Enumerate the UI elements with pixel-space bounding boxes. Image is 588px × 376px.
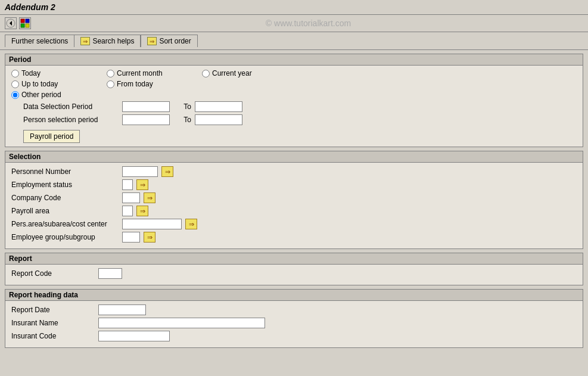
data-selection-period-to-input[interactable] [195,101,242,112]
person-selection-period-label: Person selection period [23,116,119,124]
person-selection-period-row: Person selection period To [23,114,577,125]
search-helps-label: Search helps [92,37,134,45]
report-heading-section: Report heading data Report Date Insurant… [5,289,583,348]
insurant-code-label: Insurant Code [11,332,95,340]
sort-order-arrow-icon: ⇒ [147,37,157,45]
current-year-label: Current year [212,69,252,77]
pers-area-label: Pers.area/subarea/cost center [11,220,119,228]
personnel-number-input[interactable] [122,166,158,177]
other-period-radio-label[interactable]: Other period [11,91,95,99]
period-row-2: Up to today From today [11,80,577,88]
tab-further-selections[interactable]: Further selections [5,35,74,47]
current-month-label: Current month [117,69,163,77]
pers-area-row: Pers.area/subarea/cost center ⇒ [11,219,577,229]
svg-rect-3 [26,19,29,23]
company-code-row: Company Code ⇒ [11,192,577,203]
personnel-number-arrow-btn[interactable]: ⇒ [161,166,173,177]
pers-area-arrow-btn[interactable]: ⇒ [185,219,197,229]
person-selection-period-to-input[interactable] [195,114,242,125]
tab-bar: Further selections ⇒ Search helps ⇒ Sort… [0,32,588,50]
period-row-1: Today Current month Current year [11,69,577,77]
report-code-input[interactable] [98,268,122,279]
payroll-area-row: Payroll area ⇒ [11,206,577,216]
insurant-name-label: Insurant Name [11,319,95,327]
data-selection-period-label: Data Selection Period [23,102,119,111]
payroll-area-label: Payroll area [11,207,119,215]
report-heading-header: Report heading data [5,290,583,301]
person-selection-period-from-input[interactable] [122,114,170,125]
insurant-name-row: Insurant Name [11,318,577,328]
employee-group-row: Employee group/subgroup ⇒ [11,232,577,243]
toolbar: © www.tutorialkart.com [0,15,588,32]
data-selection-period-row: Data Selection Period To [23,101,577,112]
company-code-input[interactable] [122,192,140,203]
report-date-row: Report Date [11,304,577,315]
report-header: Report [5,253,583,265]
main-content: Period Today Current month Current year [0,50,588,355]
payroll-area-input[interactable] [122,206,133,216]
grid-icon[interactable] [19,17,31,29]
tab-search-helps[interactable]: ⇒ Search helps [74,35,141,47]
period-body: Today Current month Current year Up to t… [5,66,583,147]
period-section: Period Today Current month Current year [5,54,583,147]
data-selection-to-label: To [173,102,191,111]
current-year-radio-label[interactable]: Current year [202,69,285,77]
svg-rect-4 [21,24,24,27]
pers-area-input[interactable] [122,219,182,229]
employee-group-arrow-btn[interactable]: ⇒ [144,232,155,243]
up-to-today-label: Up to today [21,80,58,88]
selection-body: Personnel Number ⇒ Employment status ⇒ C… [5,163,583,248]
personnel-number-label: Personnel Number [11,167,119,176]
employment-status-arrow-btn[interactable]: ⇒ [136,179,148,190]
other-period-radio[interactable] [11,91,19,99]
today-label: Today [21,69,41,77]
title-bar: Addendum 2 [0,0,588,15]
watermark: © www.tutorialkart.com [33,18,583,28]
period-row-3: Other period [11,91,577,99]
tab-sort-order[interactable]: ⇒ Sort order [141,35,197,47]
search-helps-arrow-icon: ⇒ [80,37,90,45]
back-icon[interactable] [5,17,17,29]
personnel-number-row: Personnel Number ⇒ [11,166,577,177]
current-month-radio[interactable] [107,70,114,77]
report-body: Report Code [5,265,583,285]
insurant-code-row: Insurant Code [11,331,577,341]
svg-rect-5 [26,24,29,27]
insurant-name-input[interactable] [98,318,265,328]
report-date-input[interactable] [98,304,146,315]
company-code-label: Company Code [11,194,119,202]
person-selection-to-label: To [173,116,191,124]
up-to-today-radio[interactable] [11,80,19,88]
current-month-radio-label[interactable]: Current month [107,69,190,77]
page-title: Addendum 2 [5,2,55,12]
company-code-arrow-btn[interactable]: ⇒ [144,192,155,203]
report-code-label: Report Code [11,269,95,278]
other-period-label: Other period [21,91,61,99]
report-heading-body: Report Date Insurant Name Insurant Code [5,301,583,347]
svg-rect-2 [21,19,24,23]
selection-header: Selection [5,151,583,163]
employee-group-label: Employee group/subgroup [11,233,119,241]
up-to-today-radio-label[interactable]: Up to today [11,80,95,88]
payroll-period-button[interactable]: Payroll period [23,130,80,143]
employment-status-input[interactable] [122,179,133,190]
employee-group-input[interactable] [122,232,140,243]
today-radio[interactable] [11,70,19,77]
from-today-radio[interactable] [107,80,114,88]
report-section: Report Report Code [5,253,583,285]
further-selections-label: Further selections [11,37,68,45]
report-date-label: Report Date [11,306,95,314]
employment-status-row: Employment status ⇒ [11,179,577,190]
report-code-row: Report Code [11,268,577,279]
current-year-radio[interactable] [202,70,210,77]
period-header: Period [5,54,583,66]
sort-order-label: Sort order [159,37,191,45]
from-today-label: From today [117,80,153,88]
data-selection-period-from-input[interactable] [122,101,170,112]
today-radio-label[interactable]: Today [11,69,95,77]
selection-section: Selection Personnel Number ⇒ Employment … [5,151,583,249]
employment-status-label: Employment status [11,181,119,189]
from-today-radio-label[interactable]: From today [107,80,190,88]
insurant-code-input[interactable] [98,331,170,341]
payroll-area-arrow-btn[interactable]: ⇒ [136,206,148,216]
